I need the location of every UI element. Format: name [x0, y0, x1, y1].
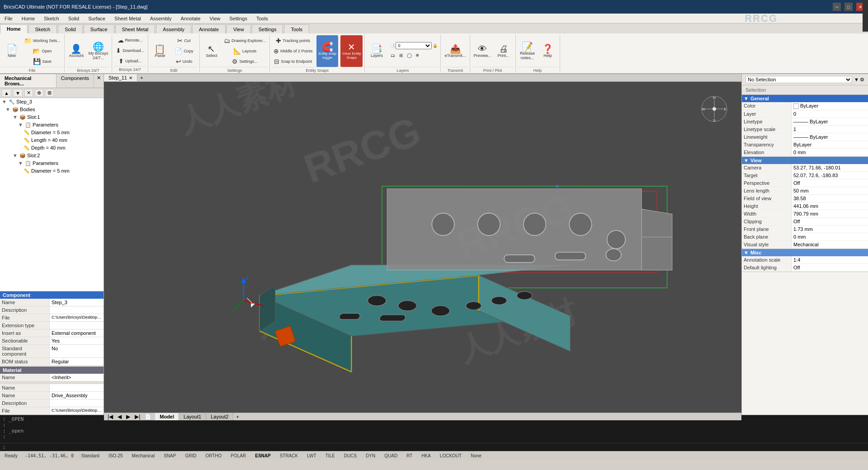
working-sets-button[interactable]: 📁 Working Sets... [22, 36, 62, 46]
tree-item-step3[interactable]: ▼ 🔧 Step_3 [0, 98, 104, 106]
open-button[interactable]: 📂 Open [22, 46, 62, 56]
entity-snap-toggle-button[interactable]: 🧲 Entity snaptoggle [316, 35, 338, 67]
menu-view[interactable]: View [205, 15, 225, 22]
status-tile[interactable]: TILE [324, 453, 337, 458]
status-snap[interactable]: SNAP [162, 453, 178, 458]
rp-view-header[interactable]: ▼ View [742, 157, 868, 164]
ribbon-tab-settings[interactable]: Settings [252, 24, 283, 33]
paste-button[interactable]: 📋 Paste [150, 35, 170, 67]
status-ducs[interactable]: DUCS [342, 453, 359, 458]
menu-tools[interactable]: Tools [252, 15, 273, 22]
rp-general-header[interactable]: ▼ General [742, 95, 868, 102]
drawing-explorer-button[interactable]: 🗂 Drawing Explorer... [222, 36, 268, 46]
layer-current-button[interactable]: ⊞ [397, 51, 405, 61]
layer-iso-button[interactable]: ◯ [406, 51, 413, 61]
ribbon-tab-sheetmetal[interactable]: Sheet Metal [115, 24, 156, 33]
lp-tool-close[interactable]: ✕ [24, 89, 33, 97]
panel-tab-components[interactable]: Components [57, 74, 94, 88]
print-button[interactable]: 🖨 Print... [494, 35, 514, 67]
canvas-tab-step11[interactable]: Step_11 ✕ [104, 74, 137, 81]
account-button[interactable]: 👤 Account [66, 35, 86, 67]
menu-file[interactable]: File [0, 15, 17, 22]
menu-sketch[interactable]: Sketch [39, 15, 64, 22]
menu-assembly[interactable]: Assembly [146, 15, 176, 22]
new-button[interactable]: 📄 New [2, 35, 22, 67]
lp-tool-expand[interactable]: ⊞ [45, 89, 54, 97]
copy-button[interactable]: 📄 Copy [170, 46, 198, 56]
status-grid[interactable]: GRID [183, 453, 198, 458]
ribbon-tab-solid[interactable]: Solid [58, 24, 82, 33]
preview-button[interactable]: 👁 Preview... [472, 35, 493, 67]
snap-endpoint-button[interactable]: ⊟ Snap to Endpoint [272, 56, 315, 66]
status-rt[interactable]: RT [405, 453, 414, 458]
status-standard[interactable]: Standard [79, 453, 101, 458]
undo-button[interactable]: ↩ Undo [170, 56, 198, 66]
tree-item-len1[interactable]: 📏 Length = 40 mm [0, 136, 104, 144]
rp-misc-header[interactable]: ▼ Misc [742, 249, 868, 256]
tree-item-params1[interactable]: ▼ 📋 Parameters [0, 121, 104, 129]
panel-close-button[interactable]: ✕ [94, 74, 104, 88]
menu-surface[interactable]: Surface [84, 15, 110, 22]
rp-settings-icon[interactable]: ⚙ [860, 77, 864, 83]
middle2pts-button[interactable]: ⊕ Middle of 2 Points [272, 46, 315, 56]
status-iso25[interactable]: ISO-25 [107, 453, 125, 458]
status-ortho[interactable]: ORTHO [203, 453, 223, 458]
menu-sheetmetal[interactable]: Sheet Metal [110, 15, 146, 22]
cmd-scrollbar[interactable] [863, 0, 868, 32]
tree-item-bodies[interactable]: ▼ 📦 Bodies [0, 106, 104, 113]
cut-button[interactable]: ✂ Cut [170, 36, 198, 46]
menu-home[interactable]: Home [17, 15, 39, 22]
status-quad[interactable]: QUAD [382, 453, 399, 458]
ribbon-tab-view[interactable]: View [226, 24, 251, 33]
cmd-input[interactable] [8, 444, 865, 450]
selection-dropdown[interactable]: No Selection [745, 76, 852, 83]
status-dyn[interactable]: DYN [364, 453, 377, 458]
lp-tool-down[interactable]: ▼ [13, 89, 23, 97]
release-notes-button[interactable]: 📝 Releasenotes... [518, 35, 538, 67]
remote-button[interactable]: ☁ Remote... [114, 35, 146, 45]
tree-item-depth1[interactable]: 📏 Depth = 40 mm [0, 144, 104, 152]
status-lockout[interactable]: LOCKOUT [438, 453, 463, 458]
menu-settings[interactable]: Settings [225, 15, 252, 22]
upload-button[interactable]: ⬆ Upload... [114, 56, 146, 66]
ribbon-tab-home[interactable]: Home [0, 24, 28, 33]
status-esnap[interactable]: ESNAP [253, 453, 272, 458]
status-hka[interactable]: HKA [420, 453, 433, 458]
tree-item-diam1[interactable]: 📏 Diameter = 5 mm [0, 129, 104, 136]
panel-tab-mechanical[interactable]: Mechanical Brows... [0, 74, 57, 88]
clear-entity-snaps-button[interactable]: ✕ Clear EntitySnaps [340, 35, 363, 67]
ribbon-tab-tools[interactable]: Tools [284, 24, 309, 33]
download-button[interactable]: ⬇ Download... [114, 46, 146, 56]
tree-area[interactable]: ▼ 🔧 Step_3 ▼ 📦 Bodies ▼ 📦 Slot:1 ▼ 📋 Par… [0, 98, 104, 291]
ribbon-tab-sketch[interactable]: Sketch [28, 24, 57, 33]
layers-button[interactable]: 📑 Layers [367, 35, 387, 67]
lp-tool-up[interactable]: ▲ [2, 89, 11, 97]
menu-solid[interactable]: Solid [64, 15, 84, 22]
settings-btn[interactable]: ⚙ Settings... [222, 56, 268, 66]
viewport[interactable]: RRCG RRCG 人人素材 人人素材 人人素材 [104, 82, 741, 413]
layer-freeze-button[interactable]: ❄ [414, 51, 421, 61]
save-button[interactable]: 💾 Save [22, 56, 62, 66]
canvas-tab-add[interactable]: + [137, 74, 146, 81]
help-button[interactable]: ❓ Help [538, 35, 558, 67]
etransmit-button[interactable]: 📤 eTransmit... [443, 35, 467, 67]
status-strack[interactable]: STRACK [278, 453, 300, 458]
menu-annotate[interactable]: Annotate [176, 15, 205, 22]
status-mechanical[interactable]: Mechanical [130, 453, 157, 458]
status-none[interactable]: None [469, 453, 483, 458]
mybricsys-button[interactable]: 🌐 My Bricsys24/7... [87, 35, 110, 67]
ribbon-tab-surface[interactable]: Surface [84, 24, 114, 33]
tree-item-params2[interactable]: ▼ 📋 Parameters [0, 160, 104, 167]
lp-tool-add[interactable]: ⊕ [35, 89, 43, 97]
tracking-button[interactable]: ✚ Tracking points [272, 36, 315, 46]
select-button[interactable]: ↖ Select [202, 35, 222, 67]
tree-item-slot2[interactable]: ▼ 📦 Slot:2 [0, 152, 104, 160]
maximize-button[interactable]: □ [844, 3, 853, 11]
status-lwt[interactable]: LWT [305, 453, 318, 458]
minimize-button[interactable]: ─ [833, 3, 841, 11]
status-polar[interactable]: POLAR [229, 453, 248, 458]
ribbon-tab-assembly[interactable]: Assembly [156, 24, 191, 33]
canvas-tab-close[interactable]: ✕ [129, 75, 132, 80]
rp-filter-icon[interactable]: ▼ [854, 77, 859, 82]
tree-item-slot1[interactable]: ▼ 📦 Slot:1 [0, 113, 104, 121]
